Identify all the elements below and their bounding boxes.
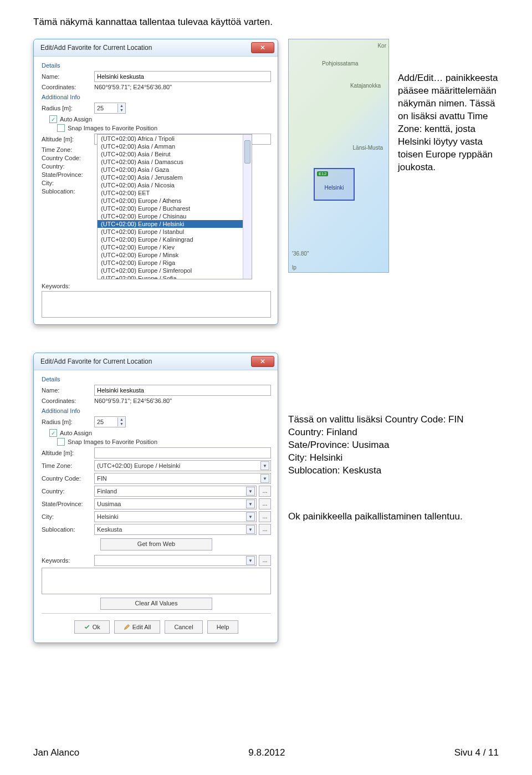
map-addedit-button[interactable]: Add/Edit... [388, 230, 389, 242]
name-label: Name: [42, 73, 94, 80]
spin-up-icon[interactable]: ▲ [117, 417, 125, 422]
details-header: Details [42, 376, 271, 383]
keywords-combo[interactable]: ▼ [94, 555, 257, 566]
chevron-down-icon: ▼ [246, 499, 255, 508]
timezone-option[interactable]: (UTC+02:00) Europe / Minsk [98, 251, 252, 259]
scrollbar-thumb[interactable] [244, 140, 250, 164]
spin-down-icon[interactable]: ▼ [117, 422, 125, 426]
country-combo[interactable]: Finland▼ [94, 486, 257, 497]
name-input[interactable] [94, 385, 271, 396]
help-button[interactable]: Help [207, 620, 239, 634]
state-browse-button[interactable]: ... [259, 498, 271, 509]
timezone-option[interactable]: (UTC+02:00) Asia / Beirut [98, 150, 252, 158]
keywords-textarea[interactable] [42, 568, 271, 594]
clear-all-button[interactable]: Clear All Values [100, 598, 212, 610]
map-label-kor: Kor [377, 43, 386, 49]
ok-button[interactable]: Ok [74, 620, 110, 634]
road-badge-e12: E12 [317, 171, 328, 176]
map-label-helsinki: Helsinki [324, 185, 344, 191]
timezone-listbox[interactable]: (UTC+02:00) Africa / Tripoli(UTC+02:00) … [97, 134, 252, 279]
spin-up-icon[interactable]: ▲ [117, 104, 125, 108]
altitude-input[interactable] [94, 447, 271, 458]
timezone-option[interactable]: (UTC+02:00) Asia / Damascus [98, 158, 252, 166]
timezone-option[interactable]: (UTC+02:00) Asia / Jerusalem [98, 174, 252, 181]
chevron-down-icon: ▼ [246, 487, 255, 496]
sublocation-label: Sublocation: [42, 188, 94, 195]
timezone-option[interactable]: (UTC+02:00) Europe / Helsinki [98, 220, 252, 228]
city-browse-button[interactable]: ... [259, 511, 271, 522]
coordinates-label: Coordinates: [42, 84, 94, 90]
radius-spinner[interactable]: 25 ▲▼ [94, 103, 126, 114]
snap-checkbox[interactable]: Snap Images to Favorite Position [57, 124, 271, 132]
map-search-button[interactable]: Search [388, 243, 389, 256]
coordinates-value: N60°9'59.71"; E24°56'36.80" [94, 84, 172, 90]
timezone-option[interactable]: (UTC+02:00) Asia / Gaza [98, 166, 252, 174]
timezone-option[interactable]: (UTC+02:00) Europe / Riga [98, 259, 252, 267]
intro-text: Tämä näkymä kannattaa tallentaa tulevaa … [33, 17, 504, 28]
map-preview[interactable]: Kor Pohjoissatama Katajanokka Länsi-Must… [288, 39, 389, 273]
close-button[interactable]: ✕ [251, 42, 274, 53]
city-value: Helsinki [97, 513, 246, 520]
checkbox-unchecked-icon [57, 438, 65, 446]
edit-favorite-dialog-2: Edit/Add Favorite for Current Location ✕… [33, 353, 278, 643]
footer-author: Jan Alanco [33, 747, 79, 758]
timezone-option[interactable]: (UTC+02:00) Asia / Nicosia [98, 181, 252, 189]
help-tail-text: lp [292, 264, 296, 271]
name-input[interactable] [94, 71, 271, 82]
timezone-option[interactable]: (UTC+02:00) Europe / Chisinau [98, 212, 252, 220]
annotation-2: Tässä on valittu lisäksi Country Code: F… [288, 353, 504, 477]
timezone-option[interactable]: (UTC+02:00) Europe / Kiev [98, 243, 252, 251]
timezone-option[interactable]: (UTC+02:00) Europe / Kaliningrad [98, 236, 252, 243]
timezone-option[interactable]: (UTC+02:00) Africa / Tripoli [98, 135, 252, 142]
snap-label: Snap Images to Favorite Position [68, 439, 157, 445]
timezone-option[interactable]: (UTC+02:00) Asia / Amman [98, 142, 252, 150]
state-combo[interactable]: Uusimaa▼ [94, 498, 257, 509]
dialog-titlebar[interactable]: Edit/Add Favorite for Current Location ✕ [34, 39, 278, 57]
map-selection-box: E12 Helsinki [314, 168, 355, 201]
auto-assign-checkbox[interactable]: ✓ Auto Assign [49, 429, 271, 437]
map-label-lansimusta: Länsi-Musta [353, 145, 383, 151]
auto-assign-checkbox[interactable]: ✓ Auto Assign [49, 115, 271, 123]
auto-assign-label: Auto Assign [60, 430, 92, 436]
dialog-title: Edit/Add Favorite for Current Location [40, 44, 152, 52]
state-label: State/Province: [42, 171, 94, 178]
snap-checkbox[interactable]: Snap Images to Favorite Position [57, 438, 271, 446]
timezone-option[interactable]: (UTC+02:00) Europe / Simferopol [98, 267, 252, 274]
radius-spinner[interactable]: 25 ▲▼ [94, 416, 126, 427]
country-browse-button[interactable]: ... [259, 486, 271, 497]
map-label-pohjoissatama: Pohjoissatama [322, 60, 359, 67]
timezone-option[interactable]: (UTC+02:00) Europe / Athens [98, 197, 252, 205]
city-combo[interactable]: Helsinki▼ [94, 511, 257, 522]
spin-down-icon[interactable]: ▼ [117, 108, 125, 113]
sublocation-combo[interactable]: Keskusta▼ [94, 524, 257, 535]
timezone-label: Time Zone: [42, 146, 94, 153]
radius-value: 25 [95, 105, 117, 111]
chevron-down-icon: ▼ [246, 556, 255, 565]
footer-page: Sivu 4 / 11 [454, 747, 499, 758]
sublocation-browse-button[interactable]: ... [259, 524, 271, 535]
state-value: Uusimaa [97, 501, 246, 507]
countrycode-combo[interactable]: FIN▼ [94, 473, 271, 484]
dialog-titlebar[interactable]: Edit/Add Favorite for Current Location ✕ [34, 353, 278, 370]
timezone-option[interactable]: (UTC+02:00) EET [98, 189, 252, 197]
name-label: Name: [42, 387, 94, 394]
sublocation-value: Keskusta [97, 526, 246, 533]
chevron-down-icon: ▼ [260, 474, 269, 483]
radius-label: Radius [m]: [42, 105, 94, 111]
timezone-label: Time Zone: [42, 462, 94, 469]
scrollbar[interactable] [243, 135, 252, 279]
timezone-combo[interactable]: (UTC+02:00) Europe / Helsinki▼ [94, 460, 271, 471]
timezone-option[interactable]: (UTC+02:00) Europe / Sofia [98, 274, 252, 279]
countrycode-label: Country Code: [42, 475, 94, 482]
timezone-option[interactable]: (UTC+02:00) Europe / Bucharest [98, 205, 252, 212]
keywords-textarea[interactable] [42, 291, 271, 318]
country-value: Finland [97, 488, 246, 494]
cancel-button[interactable]: Cancel [165, 620, 202, 634]
additional-info-header: Additional Info [42, 407, 271, 414]
get-from-web-button[interactable]: Get from Web [100, 538, 212, 550]
timezone-option[interactable]: (UTC+02:00) Europe / Istanbul [98, 228, 252, 236]
close-button[interactable]: ✕ [251, 356, 274, 367]
keywords-browse-button[interactable]: ... [259, 555, 271, 566]
editall-button[interactable]: Edit All [114, 620, 161, 634]
page-footer: Jan Alanco 9.8.2012 Sivu 4 / 11 [33, 747, 499, 758]
